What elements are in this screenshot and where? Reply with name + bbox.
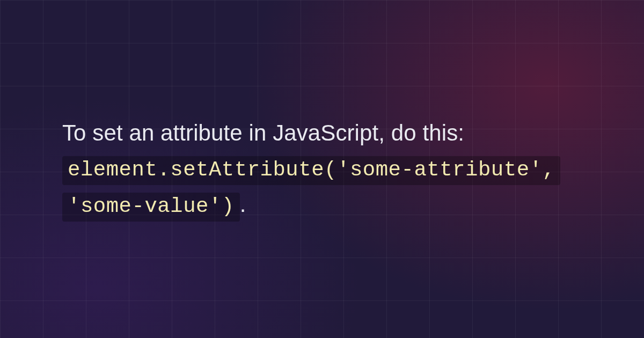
- code-snippet: element.setAttribute('some-attribute', '…: [62, 156, 560, 221]
- instruction-paragraph: To set an attribute in JavaScript, do th…: [62, 115, 582, 223]
- trailing-period: .: [240, 192, 246, 217]
- lead-text: To set an attribute in JavaScript, do th…: [62, 120, 464, 145]
- content-block: To set an attribute in JavaScript, do th…: [62, 115, 582, 223]
